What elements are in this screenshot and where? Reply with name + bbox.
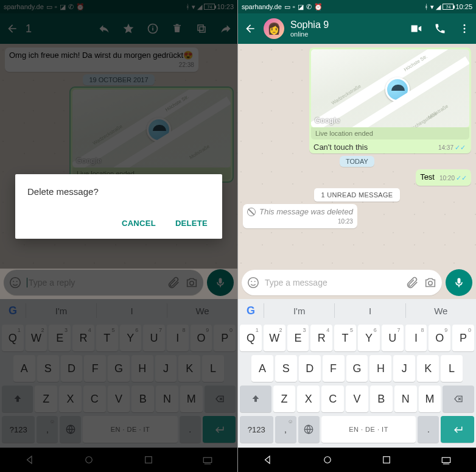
outgoing-message[interactable]: Test 10:20 ✓✓ bbox=[416, 169, 471, 186]
comma-key[interactable]: ,☺ bbox=[275, 416, 296, 443]
chat-area[interactable]: Höchste Str. Wadzeckstraße Mollstraße Bü… bbox=[238, 44, 476, 269]
key-n[interactable]: N bbox=[394, 386, 417, 412]
key-v[interactable]: V bbox=[108, 386, 130, 412]
key-o[interactable]: O9 bbox=[191, 325, 212, 351]
star-icon[interactable] bbox=[122, 22, 135, 35]
cancel-button[interactable]: CANCEL bbox=[119, 214, 158, 233]
key-r[interactable]: R4 bbox=[310, 325, 332, 351]
shift-key[interactable] bbox=[240, 386, 271, 412]
key-e[interactable]: E3 bbox=[287, 325, 309, 351]
key-x[interactable]: X bbox=[59, 386, 82, 412]
backspace-key[interactable] bbox=[443, 386, 474, 412]
forward-icon[interactable] bbox=[219, 22, 233, 35]
message-input[interactable]: Type a reply bbox=[4, 270, 203, 295]
attach-icon[interactable] bbox=[405, 276, 419, 289]
location-map[interactable]: Höchste Str. Wadzeckstraße Mollstraße Go… bbox=[72, 90, 231, 167]
key-m[interactable]: M bbox=[419, 386, 441, 412]
emoji-icon[interactable] bbox=[9, 276, 22, 289]
key-a[interactable]: A bbox=[251, 355, 273, 382]
message-input[interactable]: Type a message bbox=[242, 270, 442, 295]
enter-key[interactable] bbox=[441, 416, 474, 443]
key-x[interactable]: X bbox=[297, 386, 320, 412]
camera-icon[interactable] bbox=[185, 276, 198, 289]
key-i[interactable]: I8 bbox=[167, 325, 189, 351]
delete-button[interactable]: DELETE bbox=[173, 214, 210, 233]
google-button[interactable]: G bbox=[0, 305, 26, 317]
enter-key[interactable] bbox=[203, 416, 236, 443]
key-z[interactable]: Z bbox=[273, 386, 296, 412]
key-k[interactable]: K bbox=[178, 355, 200, 382]
key-i[interactable]: I8 bbox=[405, 325, 427, 351]
suggestion[interactable]: I'm bbox=[26, 303, 96, 318]
key-g[interactable]: G bbox=[108, 355, 130, 382]
attach-icon[interactable] bbox=[167, 276, 180, 289]
key-e[interactable]: E3 bbox=[49, 325, 71, 351]
deleted-message[interactable]: This message was deleted 10:23 bbox=[243, 204, 357, 228]
symbols-key[interactable]: ?123 bbox=[240, 416, 273, 443]
key-d[interactable]: D bbox=[299, 355, 321, 382]
more-icon[interactable] bbox=[458, 22, 471, 35]
key-w[interactable]: W2 bbox=[26, 325, 47, 351]
mic-button[interactable] bbox=[207, 269, 234, 296]
key-l[interactable]: L bbox=[441, 355, 463, 382]
nav-recent[interactable] bbox=[143, 454, 154, 465]
reply-icon[interactable] bbox=[97, 22, 111, 35]
mic-button[interactable] bbox=[446, 269, 472, 296]
key-j[interactable]: J bbox=[393, 355, 415, 382]
suggestion[interactable]: I bbox=[334, 303, 405, 318]
key-k[interactable]: K bbox=[417, 355, 439, 382]
nav-home[interactable] bbox=[83, 454, 94, 465]
location-message[interactable]: Höchste Str. Wadzeckstraße Mollstraße Bü… bbox=[309, 48, 471, 153]
delete-icon[interactable] bbox=[170, 22, 184, 35]
info-icon[interactable] bbox=[146, 22, 159, 35]
key-t[interactable]: T5 bbox=[96, 325, 118, 351]
suggestion[interactable]: I'm bbox=[264, 303, 334, 318]
key-y[interactable]: Y6 bbox=[358, 325, 380, 351]
key-p[interactable]: P0 bbox=[214, 325, 236, 351]
space-key[interactable]: EN · DE · IT bbox=[321, 416, 416, 443]
comma-key[interactable]: ,☺ bbox=[37, 416, 58, 443]
incoming-message[interactable]: Omg ich freue mich! Da wirst du morgen g… bbox=[5, 48, 198, 72]
key-m[interactable]: M bbox=[180, 386, 203, 412]
nav-back[interactable] bbox=[24, 454, 35, 465]
nav-keyboard-toggle[interactable] bbox=[202, 454, 213, 465]
key-p[interactable]: P0 bbox=[452, 325, 474, 351]
key-z[interactable]: Z bbox=[35, 386, 57, 412]
lang-key[interactable] bbox=[60, 416, 81, 443]
period-key[interactable]: . bbox=[418, 416, 439, 443]
space-key[interactable]: EN · DE · IT bbox=[83, 416, 177, 443]
key-c[interactable]: C bbox=[321, 386, 344, 412]
location-map[interactable]: Höchste Str. Wadzeckstraße Mollstraße Bü… bbox=[311, 49, 469, 127]
key-g[interactable]: G bbox=[346, 355, 368, 382]
period-key[interactable]: . bbox=[180, 416, 201, 443]
key-o[interactable]: O9 bbox=[429, 325, 450, 351]
key-t[interactable]: T5 bbox=[334, 325, 356, 351]
key-u[interactable]: U7 bbox=[143, 325, 165, 351]
key-a[interactable]: A bbox=[13, 355, 35, 382]
suggestion[interactable]: I bbox=[96, 303, 167, 318]
backspace-key[interactable] bbox=[205, 386, 236, 412]
contact-header[interactable]: Sophia 9 online bbox=[290, 19, 329, 38]
suggestion[interactable]: We bbox=[405, 303, 476, 318]
video-call-icon[interactable] bbox=[409, 22, 422, 35]
contact-avatar[interactable]: 👩 bbox=[264, 18, 284, 39]
key-s[interactable]: S bbox=[275, 355, 297, 382]
key-j[interactable]: J bbox=[155, 355, 177, 382]
key-w[interactable]: W2 bbox=[264, 325, 285, 351]
key-v[interactable]: V bbox=[346, 386, 368, 412]
key-q[interactable]: Q1 bbox=[240, 325, 262, 351]
key-h[interactable]: H bbox=[131, 355, 153, 382]
key-b[interactable]: B bbox=[131, 386, 154, 412]
copy-icon[interactable] bbox=[195, 22, 208, 35]
key-f[interactable]: F bbox=[84, 355, 106, 382]
key-s[interactable]: S bbox=[37, 355, 59, 382]
camera-icon[interactable] bbox=[424, 276, 437, 289]
key-r[interactable]: R4 bbox=[72, 325, 94, 351]
key-q[interactable]: Q1 bbox=[2, 325, 24, 351]
nav-home[interactable] bbox=[322, 454, 333, 465]
location-message-selected[interactable]: Höchste Str. Wadzeckstraße Mollstraße Go… bbox=[71, 88, 233, 181]
symbols-key[interactable]: ?123 bbox=[2, 416, 35, 443]
nav-keyboard-toggle[interactable] bbox=[441, 454, 452, 465]
emoji-icon[interactable] bbox=[247, 276, 260, 289]
key-d[interactable]: D bbox=[61, 355, 83, 382]
